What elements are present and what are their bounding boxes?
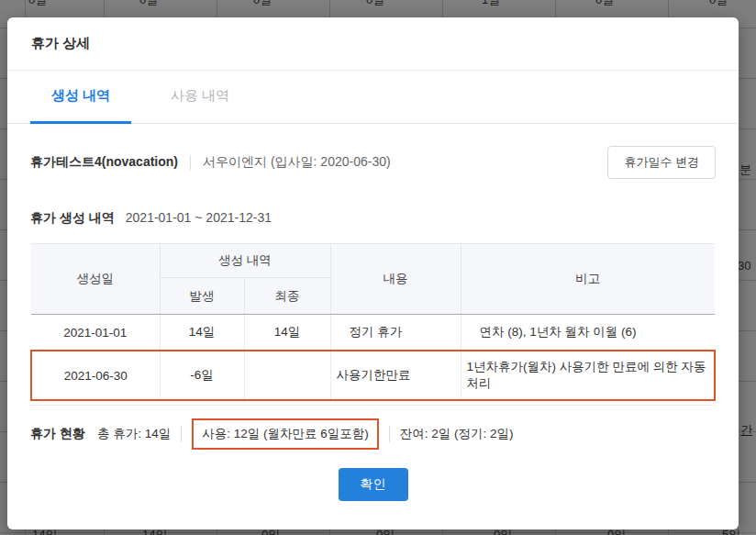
modal-title: 휴가 상세 <box>31 35 90 52</box>
tab-bar: 생성 내역 사용 내역 <box>7 71 739 124</box>
cell-content: 정기 휴가 <box>330 315 461 351</box>
modal-header: 휴가 상세 <box>7 17 739 71</box>
table-wrap: 생성일 생성 내역 내용 비고 발생 최종 2021-01-01 14일 14일 <box>30 243 716 406</box>
user-info-row: 휴가테스트4(novacation) 서우이엔지 (입사일: 2020-06-3… <box>30 146 716 179</box>
vacation-summary-row: 휴가 현황 총 휴가: 14일 사용: 12일 (월차만료 6일포함) 잔여: … <box>30 418 716 450</box>
divider <box>389 426 390 442</box>
modal-footer: 확인 <box>30 468 716 501</box>
summary-remaining: 잔여: 2일 (정기: 2일) <box>400 426 514 442</box>
cell-issued: -6일 <box>160 351 244 400</box>
section-period: 2021-01-01 ~ 2021-12-31 <box>126 210 272 225</box>
cell-issued: 14일 <box>160 315 244 351</box>
col-header-issued: 발생 <box>160 278 244 315</box>
col-header-final: 최종 <box>244 278 330 315</box>
col-header-date: 생성일 <box>31 244 160 315</box>
vacation-creation-table: 생성일 생성 내역 내용 비고 발생 최종 2021-01-01 14일 14일 <box>30 243 716 401</box>
cell-date: 2021-06-30 <box>31 351 160 400</box>
user-name: 휴가테스트4(novacation) <box>30 154 178 171</box>
section-header: 휴가 생성 내역 2021-01-01 ~ 2021-12-31 <box>30 210 716 227</box>
summary-total: 총 휴가: 14일 <box>97 426 171 442</box>
user-company-joindate: 서우이엔지 (입사일: 2020-06-30) <box>203 154 391 171</box>
confirm-button[interactable]: 확인 <box>339 468 408 501</box>
change-vacation-days-button[interactable]: 휴가일수 변경 <box>607 146 716 179</box>
section-title: 휴가 생성 내역 <box>30 210 115 227</box>
modal-content: 휴가테스트4(novacation) 서우이엔지 (입사일: 2020-06-3… <box>7 146 739 501</box>
cell-final: 14일 <box>244 315 330 351</box>
summary-label: 휴가 현황 <box>30 426 85 442</box>
cell-final <box>244 351 330 400</box>
cell-note: 연차 (8), 1년차 월차 이월 (6) <box>461 315 715 351</box>
cell-date: 2021-01-01 <box>31 315 160 351</box>
col-header-note: 비고 <box>461 244 715 315</box>
cell-note: 1년차휴가(월차) 사용기한 만료에 의한 자동처리 <box>461 351 715 400</box>
summary-used-highlighted: 사용: 12일 (월차만료 6일포함) <box>192 418 379 450</box>
col-header-group: 생성 내역 <box>160 244 330 278</box>
col-header-content: 내용 <box>330 244 461 315</box>
divider <box>190 155 191 170</box>
tab-usage-history[interactable]: 사용 내역 <box>150 71 250 124</box>
cell-content: 사용기한만료 <box>330 351 461 400</box>
table-row-highlighted: 2021-06-30 -6일 사용기한만료 1년차휴가(월차) 사용기한 만료에… <box>31 351 715 400</box>
divider <box>181 426 182 442</box>
table-row: 2021-01-01 14일 14일 정기 휴가 연차 (8), 1년차 월차 … <box>31 315 715 351</box>
tab-creation-history[interactable]: 생성 내역 <box>30 71 131 124</box>
vacation-detail-modal: 휴가 상세 생성 내역 사용 내역 휴가테스트4(novacation) 서우이… <box>7 17 739 529</box>
